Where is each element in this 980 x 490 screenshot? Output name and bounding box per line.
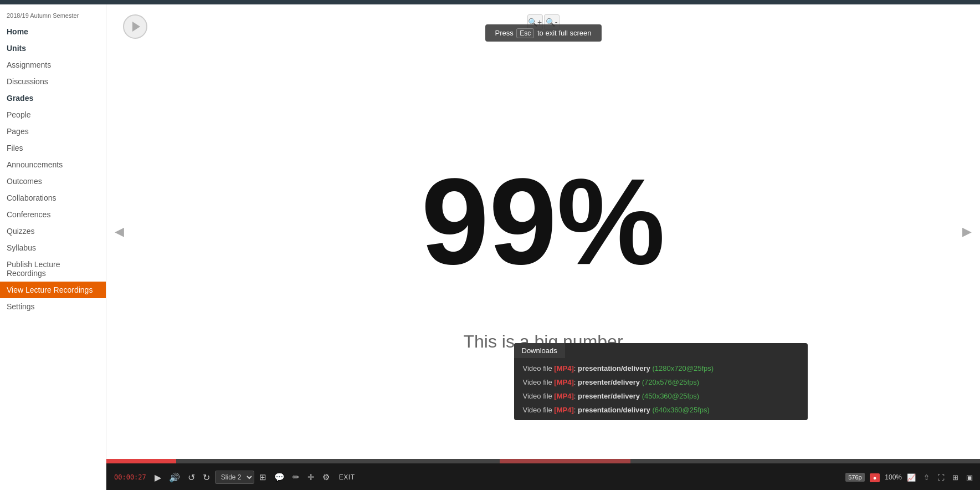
next-slide-button[interactable]: ▶: [957, 219, 977, 244]
download-item[interactable]: Video file [MP4]: presentation/delivery …: [514, 361, 808, 375]
download-item[interactable]: Video file [MP4]: presenter/delivery (72…: [514, 375, 808, 389]
download-item[interactable]: Video file [MP4]: presentation/delivery …: [514, 403, 808, 417]
right-controls: 576p ● 100% 📈 ⇧ ⛶ ⊞ ▣: [845, 472, 976, 483]
share-button[interactable]: ⇧: [921, 472, 932, 483]
top-bar: [0, 0, 980, 4]
progress-bar[interactable]: [106, 459, 980, 463]
downloads-panel: Downloads Video file [MP4]: presentation…: [514, 343, 808, 420]
comment-button[interactable]: 💬: [271, 470, 288, 484]
sidebar-item-conferences[interactable]: Conferences: [0, 206, 106, 223]
big-number: 99%: [421, 161, 665, 283]
progress-section: [500, 459, 631, 463]
exit-button[interactable]: EXIT: [335, 471, 360, 483]
rec-indicator: ●: [870, 473, 880, 482]
forward-button[interactable]: ↻: [200, 470, 213, 485]
sidebar-item-outcomes[interactable]: Outcomes: [0, 173, 106, 190]
esc-key: Esc: [516, 28, 534, 38]
sidebar-item-collaborations[interactable]: Collaborations: [0, 190, 106, 206]
fullscreen-button[interactable]: ⛶: [935, 472, 947, 483]
sidebar-item-discussions[interactable]: Discussions: [0, 73, 106, 90]
downloads-tab[interactable]: Downloads: [514, 343, 565, 358]
sidebar-item-pages[interactable]: Pages: [0, 123, 106, 140]
zoom-percent: 100%: [885, 473, 902, 481]
volume-button[interactable]: 🔊: [166, 470, 183, 485]
move-button[interactable]: ✛: [305, 470, 317, 484]
chart-button[interactable]: 📈: [904, 472, 919, 483]
record-button[interactable]: ●: [867, 472, 883, 483]
layout-button[interactable]: ⊞: [256, 470, 269, 484]
pip-button[interactable]: ▣: [963, 472, 976, 483]
sidebar-item-grades[interactable]: Grades: [0, 90, 106, 106]
sidebar-item-view-lecture[interactable]: View Lecture Recordings: [0, 282, 106, 298]
sidebar-item-announcements[interactable]: Announcements: [0, 156, 106, 173]
rewind-button[interactable]: ↺: [185, 470, 198, 485]
progress-fill: [106, 459, 176, 463]
play-pause-button[interactable]: ▶: [152, 470, 164, 485]
sidebar-item-assignments[interactable]: Assignments: [0, 57, 106, 73]
prev-slide-button[interactable]: ◀: [109, 219, 130, 244]
downloads-list: Video file [MP4]: presentation/delivery …: [514, 358, 808, 420]
sidebar-item-people[interactable]: People: [0, 106, 106, 123]
bottom-toolbar: 00:00:27 ▶ 🔊 ↺ ↻ Slide 2 ⊞ 💬 ✏ ✛ ⚙ EXIT …: [106, 459, 980, 490]
grid-button[interactable]: ⊞: [950, 472, 961, 483]
sidebar-item-files[interactable]: Files: [0, 140, 106, 156]
sidebar: 2018/19 Autumn Semester HomeUnitsAssignm…: [0, 4, 106, 490]
semester-label: 2018/19 Autumn Semester: [0, 10, 106, 23]
esc-tooltip: Press Esc to exit full screen: [485, 24, 601, 42]
viewer: 🔍+ 🔍- Press Esc to exit full screen ◀ 99…: [106, 4, 980, 459]
sidebar-item-syllabus[interactable]: Syllabus: [0, 239, 106, 256]
sidebar-item-units[interactable]: Units: [0, 40, 106, 57]
content-area: 🔍+ 🔍- Press Esc to exit full screen ◀ 99…: [106, 4, 980, 490]
sidebar-item-quizzes[interactable]: Quizzes: [0, 223, 106, 239]
download-item[interactable]: Video file [MP4]: presenter/delivery (45…: [514, 389, 808, 403]
sidebar-item-publish-lecture[interactable]: Publish Lecture Recordings: [0, 256, 106, 282]
settings-button[interactable]: ⚙: [320, 470, 332, 484]
pen-button[interactable]: ✏: [290, 470, 302, 484]
resolution-badge: 576p: [845, 473, 864, 482]
play-overlay-button[interactable]: [123, 14, 147, 39]
slide-selector[interactable]: Slide 2: [215, 471, 254, 484]
sidebar-item-settings[interactable]: Settings: [0, 298, 106, 315]
time-display: 00:00:27: [111, 473, 150, 481]
sidebar-item-home[interactable]: Home: [0, 23, 106, 40]
